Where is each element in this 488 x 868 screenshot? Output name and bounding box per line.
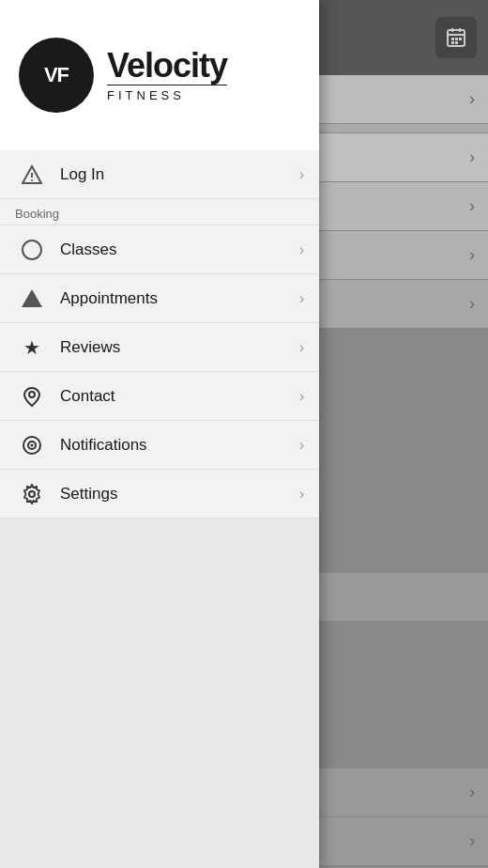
calendar-icon xyxy=(445,26,467,49)
logo-text: Velocity FITNESS xyxy=(107,49,227,102)
chevron-right-icon: › xyxy=(299,241,304,258)
brand-name: Velocity xyxy=(107,49,227,83)
navigation-drawer: VF Velocity FITNESS Log In › Booking xyxy=(0,0,319,868)
right-row xyxy=(319,329,488,378)
chevron-right-icon: › xyxy=(299,437,304,454)
right-row xyxy=(319,671,488,720)
svg-rect-4 xyxy=(451,38,454,40)
right-row xyxy=(319,475,488,524)
menu-item-contact-label: Contact xyxy=(60,387,299,406)
right-content-rows: › › › › › › › xyxy=(319,75,488,868)
svg-point-12 xyxy=(29,392,35,397)
svg-rect-8 xyxy=(455,41,458,44)
right-row: › xyxy=(319,75,488,124)
right-row: › xyxy=(319,768,488,817)
circle-icon xyxy=(15,240,49,260)
right-row: › xyxy=(319,280,488,329)
svg-point-16 xyxy=(29,491,35,497)
right-row xyxy=(319,720,488,768)
menu-item-reviews-label: Reviews xyxy=(60,338,299,357)
right-panel: › › › › › › › xyxy=(319,0,488,868)
chevron-icon: › xyxy=(469,294,475,314)
chevron-icon: › xyxy=(469,147,475,167)
svg-rect-6 xyxy=(459,38,462,40)
chevron-right-icon: › xyxy=(299,339,304,356)
brand-tagline: FITNESS xyxy=(107,85,227,102)
menu-item-appointments-label: Appointments xyxy=(60,289,299,308)
right-row xyxy=(319,524,488,573)
menu-item-settings-label: Settings xyxy=(60,485,299,504)
chevron-icon: › xyxy=(469,783,475,802)
booking-section-header: Booking xyxy=(0,199,319,225)
right-row xyxy=(319,426,488,475)
right-row: › xyxy=(319,182,488,231)
logo-area: VF Velocity FITNESS xyxy=(0,0,319,150)
menu-item-reviews[interactable]: ★ Reviews › xyxy=(0,323,319,372)
star-icon: ★ xyxy=(15,338,49,357)
empty-space xyxy=(0,519,319,868)
menu-item-login-label: Log In xyxy=(60,165,299,184)
triangle-icon xyxy=(15,289,49,307)
chevron-right-icon: › xyxy=(299,486,304,503)
menu-item-notifications[interactable]: Notifications › xyxy=(0,421,319,470)
location-icon xyxy=(15,386,49,407)
menu-item-notifications-label: Notifications xyxy=(60,436,299,455)
chevron-icon: › xyxy=(469,89,475,109)
right-row: › xyxy=(319,231,488,280)
chevron-icon: › xyxy=(469,831,475,851)
warning-icon xyxy=(15,164,49,185)
chevron-right-icon: › xyxy=(299,290,304,307)
menu-item-settings[interactable]: Settings › xyxy=(0,470,319,519)
right-row: › xyxy=(319,133,488,182)
menu-item-login[interactable]: Log In › xyxy=(0,150,319,199)
menu-item-classes-label: Classes xyxy=(60,240,299,259)
chevron-right-icon: › xyxy=(299,166,304,183)
svg-rect-7 xyxy=(451,41,454,44)
settings-icon xyxy=(15,484,49,504)
menu-item-appointments[interactable]: Appointments › xyxy=(0,274,319,323)
menu-section: Log In › Booking Classes › Appointments … xyxy=(0,150,319,868)
menu-item-contact[interactable]: Contact › xyxy=(0,372,319,421)
svg-point-11 xyxy=(31,179,33,181)
calendar-button[interactable] xyxy=(435,17,477,58)
right-row: › xyxy=(319,817,488,866)
svg-rect-5 xyxy=(455,38,458,40)
top-bar xyxy=(319,0,488,75)
chevron-right-icon: › xyxy=(299,388,304,405)
right-row xyxy=(319,622,488,671)
right-row xyxy=(319,573,488,622)
right-row xyxy=(319,378,488,426)
svg-point-15 xyxy=(31,443,34,446)
chevron-icon: › xyxy=(469,196,475,216)
menu-item-classes[interactable]: Classes › xyxy=(0,225,319,274)
logo-circle: VF xyxy=(19,38,94,113)
logo-initials: VF xyxy=(44,63,69,87)
right-gap xyxy=(319,124,488,133)
notification-icon xyxy=(15,435,49,456)
chevron-icon: › xyxy=(469,245,475,265)
